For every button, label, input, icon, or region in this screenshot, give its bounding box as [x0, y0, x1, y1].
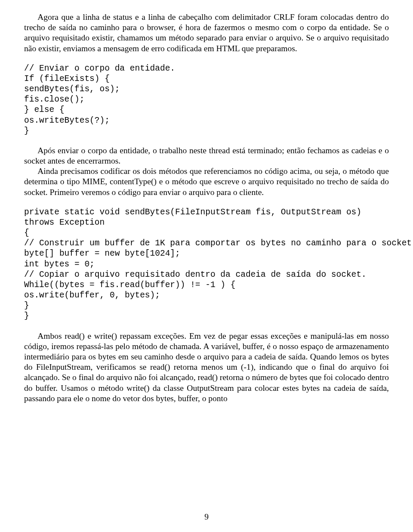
paragraph-3: Ainda precisamos codificar os dois métod… — [24, 166, 389, 198]
code-block-2: private static void sendBytes(FileInputS… — [24, 207, 389, 322]
paragraph-4: Ambos read() e write() repassam exceções… — [24, 331, 389, 404]
page-number: 9 — [0, 512, 413, 522]
code-block-1: // Enviar o corpo da entidade. If (fileE… — [24, 63, 389, 136]
paragraph-1: Agora que a linha de status e a linha de… — [24, 12, 389, 54]
document-page: Agora que a linha de status e a linha de… — [0, 0, 413, 532]
paragraph-2: Após enviar o corpo da entidade, o traba… — [24, 145, 389, 166]
